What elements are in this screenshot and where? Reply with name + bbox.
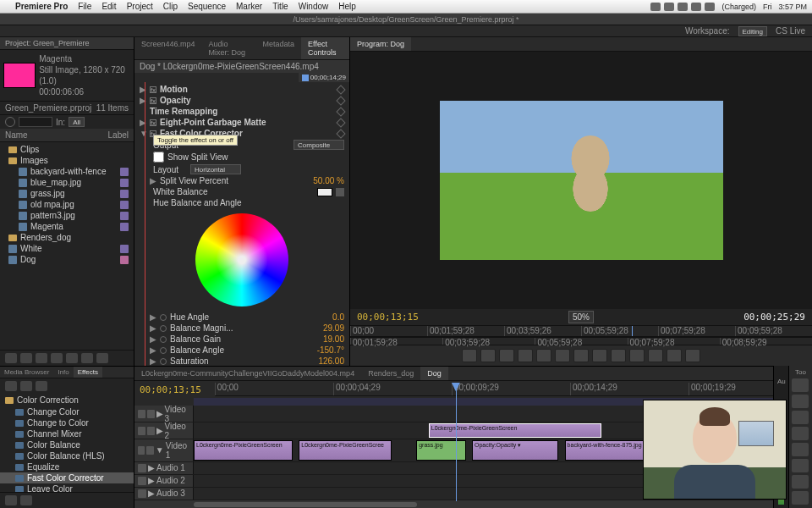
in-filter[interactable]: All (69, 117, 85, 127)
tree-item[interactable]: old mpa.jpg (0, 199, 134, 210)
tab-media-browser[interactable]: Media Browser (0, 367, 53, 378)
tab-audio-mixer[interactable]: Audio Mixer: Dog (202, 37, 256, 59)
fx-32-icon[interactable] (20, 381, 32, 391)
menu-project[interactable]: Project (127, 2, 153, 11)
layout-dropdown[interactable]: Horizontal (190, 164, 241, 174)
split-view-checkbox[interactable] (153, 152, 164, 163)
hand-tool-icon[interactable] (792, 475, 809, 489)
track-head-v1[interactable]: ▼Video 1 (134, 439, 194, 461)
program-tc-current[interactable]: 00;00;13;15 (357, 312, 419, 323)
timeline-playhead[interactable] (456, 383, 457, 501)
effect-item[interactable]: Leave Color (0, 483, 134, 492)
icon-view-icon[interactable] (20, 353, 32, 363)
tab-source[interactable]: Screen446.mp4 (134, 37, 202, 59)
mark-out-button[interactable] (480, 349, 496, 362)
menu-file[interactable]: File (78, 2, 91, 11)
effect-item[interactable]: Color Balance (HLS) (0, 450, 134, 461)
tree-item[interactable]: Magenta (0, 221, 134, 232)
menu-title[interactable]: Title (272, 2, 288, 11)
selection-tool-icon[interactable] (792, 378, 809, 392)
effect-item[interactable]: Equalize (0, 461, 134, 472)
tree-item[interactable]: pattern3.jpg (0, 210, 134, 221)
mark-in-button[interactable] (462, 349, 477, 362)
program-monitor[interactable] (350, 52, 812, 309)
menu-marker[interactable]: Marker (236, 2, 262, 11)
timeline-ruler[interactable]: 00;0000;00;04;2900;00;09;2900;00;14;2900… (215, 383, 807, 396)
step-back-button[interactable] (518, 349, 533, 362)
extract-button[interactable] (667, 349, 682, 362)
track-head-a3[interactable]: ▶Audio 3 (134, 488, 194, 500)
tab-effect-controls[interactable]: Effect Controls (301, 37, 349, 59)
fx-search-icon[interactable] (5, 381, 17, 391)
new-bin-icon[interactable] (66, 353, 78, 363)
track-head-a2[interactable]: ▶Audio 2 (134, 475, 194, 487)
safe-margins-button[interactable] (611, 349, 626, 362)
find-icon[interactable] (51, 353, 63, 363)
ec-param[interactable]: ▶Balance Magni...29.09 (134, 323, 349, 334)
app-name[interactable]: Premiere Pro (15, 2, 68, 11)
tl-tab-1[interactable]: Renders_dog (361, 367, 420, 380)
timeline-zoom-bar[interactable] (134, 500, 812, 508)
effect-item[interactable]: Change Color (0, 406, 134, 417)
tab-metadata[interactable]: Metadata (256, 37, 302, 59)
list-view-icon[interactable] (5, 353, 17, 363)
menu-edit[interactable]: Edit (102, 2, 116, 11)
track-head-a1[interactable]: ▶Audio 1 (134, 462, 194, 474)
tab-program[interactable]: Program: Dog (350, 37, 411, 51)
tab-info[interactable]: Info (53, 367, 73, 378)
menu-window[interactable]: Window (299, 2, 329, 11)
tree-item[interactable]: Clips (0, 144, 134, 155)
col-label-header[interactable]: Label (108, 130, 129, 140)
track-head-v3[interactable]: ▶Video 3 (134, 406, 194, 422)
search-icon[interactable] (5, 117, 15, 127)
zoom-tool-icon[interactable] (792, 491, 809, 505)
tab-effects[interactable]: Effects (74, 367, 102, 378)
track-head-v2[interactable]: ▶Video 2 (134, 422, 194, 439)
workspace-select[interactable]: Editing (738, 26, 767, 36)
ec-group[interactable]: ▶fxMotion (134, 84, 349, 95)
timeline-tc[interactable]: 00;00;13;15 (140, 384, 201, 395)
tl-tab-2[interactable]: Dog (420, 367, 448, 380)
export-frame-button[interactable] (629, 349, 645, 362)
step-fwd-button[interactable] (555, 349, 570, 362)
tree-item[interactable]: Dog (0, 254, 134, 265)
eyedropper-icon[interactable] (336, 188, 344, 196)
ec-playhead[interactable] (145, 82, 145, 366)
project-thumbnail[interactable] (3, 63, 36, 88)
tree-item[interactable]: Renders_dog (0, 232, 134, 243)
ec-param[interactable]: ▶Balance Gain19.00 (134, 334, 349, 345)
ec-param[interactable]: ▶Saturation126.00 (134, 356, 349, 366)
ec-group[interactable]: ▶fxEight-Point Garbage Matte (134, 117, 349, 128)
clip[interactable]: Opacity:Opacity ▾ (472, 440, 558, 460)
pen-tool-icon[interactable] (792, 459, 809, 472)
program-playhead[interactable] (632, 326, 633, 336)
tree-item[interactable]: backyard-with-fence (0, 166, 134, 177)
project-search-input[interactable] (19, 117, 52, 127)
tree-item[interactable]: grass.jpg (0, 188, 134, 199)
effect-item[interactable]: Channel Mixer (0, 428, 134, 439)
effect-item[interactable]: Change to Color (0, 417, 134, 428)
goto-out-button[interactable] (573, 349, 589, 362)
fx-trash-icon[interactable] (20, 495, 32, 505)
slip-tool-icon[interactable] (792, 443, 809, 456)
tree-item[interactable]: White (0, 243, 134, 254)
program-zoom[interactable]: 50% (568, 311, 594, 323)
menu-clip[interactable]: Clip (163, 2, 178, 11)
clip[interactable]: grass.jpg (416, 440, 465, 460)
automate-icon[interactable] (36, 353, 47, 363)
trash-button[interactable] (685, 349, 700, 362)
tree-item[interactable]: blue_map.jpg (0, 177, 134, 188)
col-name-header[interactable]: Name (5, 130, 108, 140)
clip[interactable]: L0ckergn0me-PixieGreenScree (299, 440, 392, 460)
track-select-tool-icon[interactable] (792, 395, 809, 408)
new-item-icon[interactable] (81, 353, 93, 363)
ec-param[interactable]: ▶Hue Angle0.0 (134, 312, 349, 323)
new-bin-icon[interactable] (5, 495, 17, 505)
play-button[interactable] (536, 349, 551, 362)
output-dropdown[interactable]: Composite (294, 140, 344, 150)
ec-group[interactable]: Time Remapping (134, 106, 349, 117)
loop-button[interactable] (592, 349, 607, 362)
effect-item[interactable]: Fast Color Corrector (0, 472, 134, 483)
trash-icon[interactable] (96, 353, 108, 363)
fx-yuv-icon[interactable] (36, 381, 47, 391)
